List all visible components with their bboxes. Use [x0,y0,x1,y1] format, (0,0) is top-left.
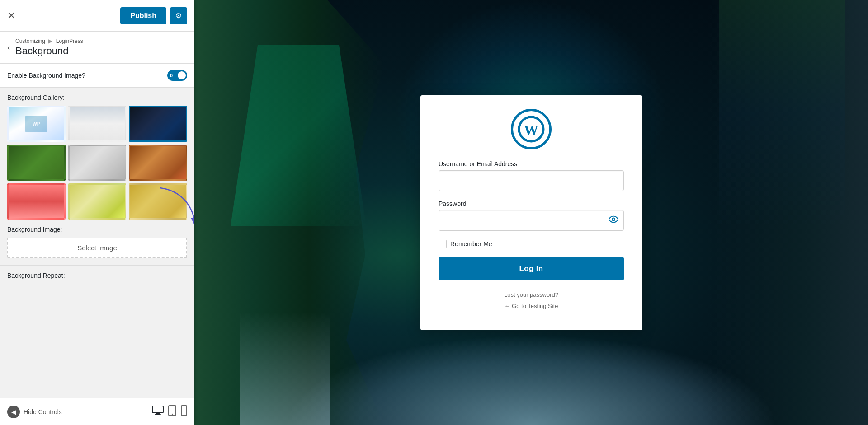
remember-label: Remember Me [450,240,492,248]
gallery-item-8[interactable] [68,183,127,220]
toggle-thumb [178,71,186,79]
svg-rect-2 [156,413,160,414]
view-controls [152,405,187,418]
top-bar: ✕ Publish ⚙ [0,0,194,32]
gallery-item-4[interactable] [7,145,66,181]
password-input[interactable] [439,210,624,231]
desktop-view-button[interactable] [152,406,164,418]
back-button[interactable]: ‹ [7,43,10,52]
snow-bottom [285,335,778,425]
login-button[interactable]: Log In [439,257,624,280]
gallery-item-6[interactable] [129,145,187,181]
breadcrumb-part2: LoginPress [56,38,83,44]
settings-button[interactable]: ⚙ [170,7,187,24]
password-group: Password [439,200,624,231]
customizer-panel: ✕ Publish ⚙ ‹ Customizing ▶ LoginPress B… [0,0,194,425]
wp-logo-circle: W [511,109,552,149]
wp-logo: W [439,109,624,149]
password-label: Password [439,200,624,207]
gallery-item-5[interactable] [68,145,127,181]
breadcrumb-text: Customizing ▶ LoginPress Background [15,38,83,57]
gallery-item-9[interactable] [129,183,187,220]
bg-repeat-label: Background Repeat: [7,272,187,279]
toggle-on-text: 0 [170,73,173,78]
gallery-item-3[interactable] [129,106,187,142]
gallery-label: Background Gallery: [7,94,187,101]
bg-repeat-section: Background Repeat: [0,265,194,290]
breadcrumb-part1: Customizing [15,38,45,44]
svg-text:W: W [524,122,538,138]
breadcrumb-separator: ▶ [48,38,52,44]
section-title: Background [15,45,83,57]
gallery-item-2[interactable] [68,106,127,142]
enable-bg-label: Enable Background Image? [7,72,85,79]
username-group: Username or Email Address [439,160,624,191]
username-label: Username or Email Address [439,160,624,168]
select-image-button[interactable]: Select Image [7,238,187,258]
bg-image-section: Background Image: Select Image [0,226,194,265]
username-input[interactable] [439,170,624,191]
bottom-bar: ◀ Hide Controls [0,398,194,425]
show-password-icon[interactable] [609,215,618,225]
wordpress-icon: W [518,116,545,143]
svg-point-5 [172,414,173,415]
preview-area: W Username or Email Address Password [194,0,868,425]
go-to-testing-link[interactable]: ← Go to Testing Site [439,303,624,309]
svg-point-10 [612,218,615,220]
panel-scroll[interactable]: Enable Background Image? 0 Background Ga… [0,64,194,398]
enable-bg-toggle[interactable]: 0 [167,70,187,81]
gallery-grid: WP [7,106,187,220]
bg-image-label: Background Image: [7,226,187,233]
enable-bg-row: Enable Background Image? 0 [0,64,194,88]
breadcrumb-area: ‹ Customizing ▶ LoginPress Background [0,32,194,64]
breadcrumb-path: Customizing ▶ LoginPress [15,38,83,44]
hide-controls-arrow-icon: ◀ [7,406,20,418]
tablet-view-button[interactable] [168,405,176,418]
hide-controls-button[interactable]: ◀ Hide Controls [7,406,62,418]
gallery-item-7[interactable] [7,183,66,220]
login-links: Lost your password? ← Go to Testing Site [439,291,624,309]
close-button[interactable]: ✕ [7,11,15,21]
publish-button[interactable]: Publish [120,7,166,24]
password-input-wrap [439,210,624,231]
svg-rect-3 [155,414,161,415]
remember-checkbox[interactable] [439,240,447,248]
login-card: W Username or Email Address Password [420,95,642,330]
svg-point-7 [184,414,184,415]
svg-rect-1 [152,406,163,413]
lost-password-link[interactable]: Lost your password? [439,291,624,298]
mobile-view-button[interactable] [181,405,187,418]
top-bar-actions: Publish ⚙ [120,7,187,24]
gallery-section: Background Gallery: WP [0,88,194,226]
hide-controls-label: Hide Controls [24,408,62,416]
gallery-item-1[interactable]: WP [7,106,66,142]
remember-row: Remember Me [439,240,624,248]
